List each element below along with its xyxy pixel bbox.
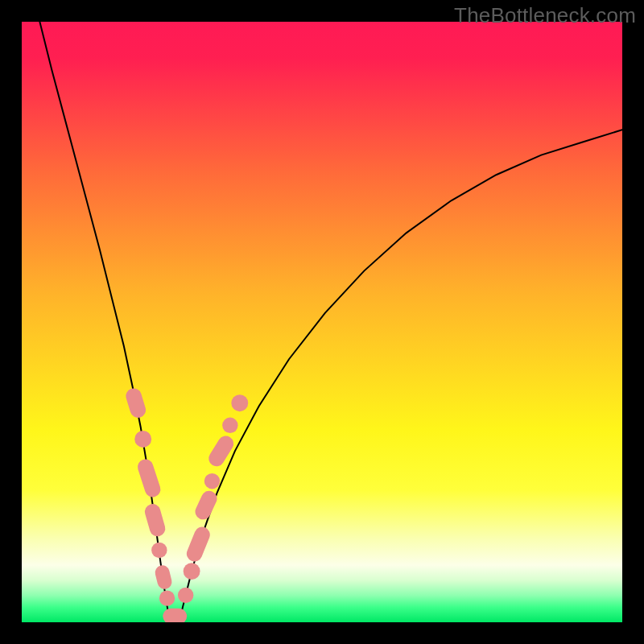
marker-dot	[134, 431, 151, 448]
marker-dot	[222, 418, 237, 433]
marker-dot	[151, 543, 167, 558]
chart-svg	[22, 22, 622, 622]
marker-dot	[178, 588, 193, 603]
marker-dot	[159, 590, 175, 605]
marker-capsule	[163, 609, 187, 622]
watermark-text: TheBottleneck.com	[454, 3, 636, 28]
marker-dot	[204, 473, 220, 489]
chart-frame	[22, 22, 622, 622]
marker-dot	[231, 394, 248, 411]
gradient-background	[22, 22, 622, 622]
marker-dot	[184, 563, 200, 580]
